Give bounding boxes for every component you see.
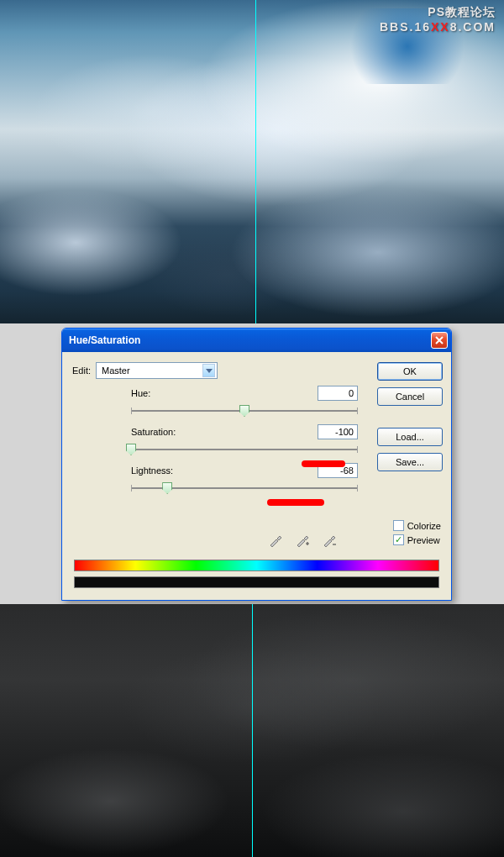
close-button[interactable] [431,332,448,349]
watermark-line2: BBS.16XX8.COM [380,20,496,34]
result-spectrum [74,576,439,588]
hue-saturation-dialog: Hue/Saturation Edit: Master Hue: 0 [61,328,452,601]
guide-line [255,0,256,323]
saturation-label: Saturation: [131,427,176,437]
button-column: OK Cancel Load... Save... [377,362,443,471]
saturation-input[interactable]: -100 [318,424,358,439]
eyedropper-icon[interactable] [268,533,283,548]
slider-thumb[interactable] [239,405,249,417]
save-button[interactable]: Save... [377,453,443,471]
hue-slider[interactable] [131,404,358,419]
eyedropper-plus-icon[interactable] [295,533,310,548]
checkbox-icon: ✓ [393,534,404,545]
close-icon [435,336,444,344]
colorize-checkbox[interactable]: Colorize [393,520,441,531]
saturation-slider[interactable] [131,443,358,458]
titlebar[interactable]: Hue/Saturation [62,329,451,352]
lightness-label: Lightness: [131,465,173,476]
eyedropper-group [268,533,337,548]
lightness-slider[interactable] [131,481,358,497]
dialog-title: Hue/Saturation [69,334,140,346]
ok-button[interactable]: OK [377,362,443,381]
hue-spectrum [74,560,439,571]
checkbox-icon [393,520,404,531]
load-button[interactable]: Load... [377,428,443,446]
slider-thumb[interactable] [162,482,172,494]
edit-label: Edit: [72,365,91,376]
saturation-section: Saturation: -100 [131,424,358,458]
slider-thumb[interactable] [126,444,136,455]
annotation-mark [267,499,324,506]
preview-label: Preview [407,535,440,545]
hue-section: Hue: 0 [131,386,358,419]
before-image [0,0,504,323]
chevron-down-icon [202,364,215,377]
preview-checkbox[interactable]: ✓ Preview [393,534,441,545]
annotation-mark [302,460,345,467]
eyedropper-minus-icon[interactable] [322,533,337,548]
hue-label: Hue: [131,388,150,398]
dialog-body: Edit: Master Hue: 0 Saturation: -100 [62,352,451,600]
colorize-label: Colorize [407,521,441,531]
edit-value: Master [102,365,130,376]
lightness-section: Lightness: -68 [131,463,358,497]
guide-line [252,604,253,857]
hue-input[interactable]: 0 [318,386,358,401]
checkbox-group: Colorize ✓ Preview [393,520,441,545]
watermark-line1: PS教程论坛 [380,5,496,20]
edit-dropdown[interactable]: Master [96,362,218,379]
watermark: PS教程论坛 BBS.16XX8.COM [380,5,496,34]
cancel-button[interactable]: Cancel [377,387,443,406]
